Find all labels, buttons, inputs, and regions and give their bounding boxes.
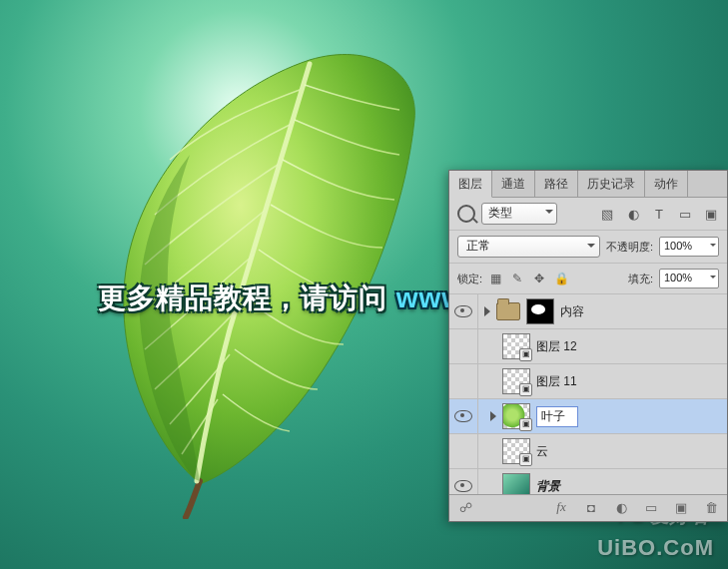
layer-name-label: 图层 12 xyxy=(536,338,721,355)
expand-toggle-icon[interactable] xyxy=(490,411,496,421)
filter-text-icon[interactable]: T xyxy=(651,206,667,222)
layer-row[interactable]: ▣ 图层 11 xyxy=(449,364,727,399)
layer-row-background[interactable]: 背景 xyxy=(449,469,727,494)
eye-icon xyxy=(454,410,472,422)
visibility-toggle[interactable] xyxy=(449,294,478,328)
filter-shape-icon[interactable]: ▭ xyxy=(677,206,693,222)
panel-bottom-bar: ☍ fx ◘ ◐ ▭ ▣ 🗑 xyxy=(449,494,727,521)
overlay-text-part1: 更多精品教程，请访问 xyxy=(98,283,396,313)
filter-kind-select[interactable]: 类型 xyxy=(481,203,557,225)
layer-thumbnail[interactable]: ▣ xyxy=(502,438,530,464)
chevron-down-icon xyxy=(587,244,595,252)
layer-mask-thumb[interactable] xyxy=(526,298,554,324)
lock-label: 锁定: xyxy=(457,272,482,286)
layer-row-selected[interactable]: ▣ 叶子 xyxy=(449,399,727,434)
layer-row-group-content[interactable]: 内容 xyxy=(449,294,727,329)
layers-panel: 图层 通道 路径 历史记录 动作 类型 ▧ ◐ T ▭ ▣ 正常 xyxy=(448,170,728,522)
filter-pixel-icon[interactable]: ▧ xyxy=(599,206,615,222)
layers-list: 内容 ▣ 图层 12 ▣ 图层 11 xyxy=(449,294,727,494)
new-layer-icon[interactable]: ▣ xyxy=(673,499,689,515)
blend-mode-value: 正常 xyxy=(466,239,490,253)
layer-name-label: 云 xyxy=(536,443,721,460)
blend-row: 正常 不透明度: 100% xyxy=(449,231,727,264)
visibility-toggle[interactable] xyxy=(449,399,478,433)
chevron-down-icon xyxy=(710,276,716,282)
lock-all-icon[interactable]: 🔒 xyxy=(554,272,568,285)
layer-filter-row: 类型 ▧ ◐ T ▭ ▣ xyxy=(449,198,727,231)
new-group-icon[interactable]: ▭ xyxy=(643,499,659,515)
eye-icon xyxy=(454,305,472,317)
visibility-toggle[interactable] xyxy=(449,434,478,468)
layer-thumbnail[interactable] xyxy=(502,473,530,494)
layer-name-label: 图层 11 xyxy=(536,373,721,390)
search-icon[interactable] xyxy=(457,205,475,223)
lock-row: 锁定: ▦ ✎ ✥ 🔒 填充: 100% xyxy=(449,264,727,294)
lock-position-icon[interactable]: ✥ xyxy=(532,272,546,285)
fill-value: 100% xyxy=(664,272,692,284)
layer-row[interactable]: ▣ 云 xyxy=(449,434,727,469)
visibility-toggle[interactable] xyxy=(449,329,478,363)
filter-kind-value: 类型 xyxy=(488,206,512,220)
visibility-toggle[interactable] xyxy=(449,364,478,398)
expand-toggle-icon[interactable] xyxy=(484,306,490,316)
tab-actions[interactable]: 动作 xyxy=(645,171,688,197)
canvas-background: 更多精品教程，请访问 www.240PS.com PS 爱好者 UiBO.CoM… xyxy=(0,0,728,569)
filter-icon-row: ▧ ◐ T ▭ ▣ xyxy=(599,206,719,222)
filter-adjust-icon[interactable]: ◐ xyxy=(625,206,641,222)
layer-thumbnail[interactable]: ▣ xyxy=(502,403,530,429)
layer-row[interactable]: ▣ 图层 12 xyxy=(449,329,727,364)
lock-transparency-icon[interactable]: ▦ xyxy=(488,272,502,285)
smart-object-badge-icon: ▣ xyxy=(519,418,532,431)
blend-mode-select[interactable]: 正常 xyxy=(457,236,600,258)
chevron-down-icon xyxy=(710,244,716,250)
layer-thumbnail[interactable]: ▣ xyxy=(502,333,530,359)
folder-icon xyxy=(496,302,520,320)
tab-paths[interactable]: 路径 xyxy=(535,171,578,197)
layer-name-label: 内容 xyxy=(560,303,721,320)
chevron-down-icon xyxy=(545,210,553,218)
filter-smart-icon[interactable]: ▣ xyxy=(703,206,719,222)
opacity-input[interactable]: 100% xyxy=(659,237,719,257)
layer-name-label: 背景 xyxy=(536,478,721,495)
smart-object-badge-icon: ▣ xyxy=(519,453,532,466)
eye-icon xyxy=(454,480,472,492)
visibility-toggle[interactable] xyxy=(449,469,478,494)
add-mask-icon[interactable]: ◘ xyxy=(583,499,599,515)
delete-layer-icon[interactable]: 🗑 xyxy=(703,499,719,515)
layer-name-editing[interactable]: 叶子 xyxy=(536,406,578,427)
watermark-site: UiBO.CoM xyxy=(597,535,714,561)
smart-object-badge-icon: ▣ xyxy=(519,348,532,361)
fill-input[interactable]: 100% xyxy=(659,269,719,288)
link-layers-icon[interactable]: ☍ xyxy=(457,499,473,515)
lock-icons: ▦ ✎ ✥ 🔒 xyxy=(488,272,568,285)
tab-channels[interactable]: 通道 xyxy=(492,171,535,197)
adjustment-layer-icon[interactable]: ◐ xyxy=(613,499,629,515)
layer-thumbnail[interactable]: ▣ xyxy=(502,368,530,394)
opacity-label: 不透明度: xyxy=(606,240,653,255)
panel-tabs: 图层 通道 路径 历史记录 动作 xyxy=(449,171,727,198)
opacity-value: 100% xyxy=(664,240,692,252)
smart-object-badge-icon: ▣ xyxy=(519,383,532,396)
lock-pixels-icon[interactable]: ✎ xyxy=(510,272,524,285)
fill-label: 填充: xyxy=(628,272,653,286)
tab-layers[interactable]: 图层 xyxy=(449,171,492,198)
fx-icon[interactable]: fx xyxy=(553,499,569,515)
tab-history[interactable]: 历史记录 xyxy=(578,171,645,197)
